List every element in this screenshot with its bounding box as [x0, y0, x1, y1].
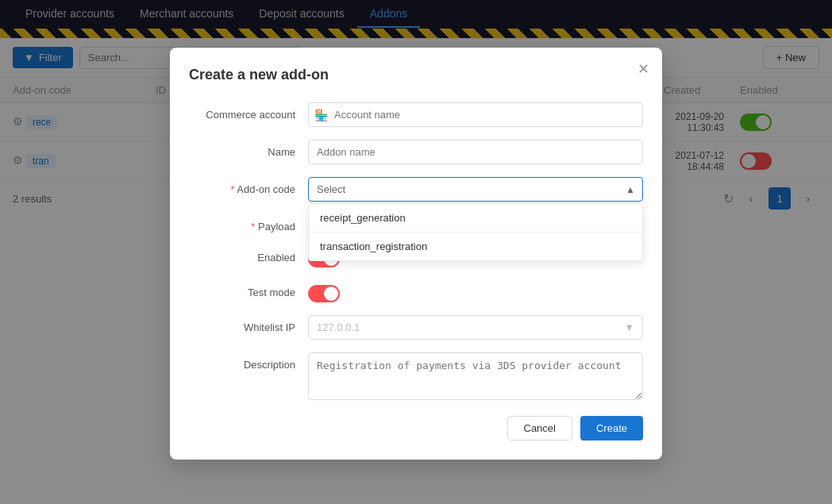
- test-mode-toggle[interactable]: [308, 285, 340, 302]
- description-label: Description: [189, 352, 308, 371]
- modal-footer: Cancel Create: [189, 416, 643, 441]
- create-button[interactable]: Create: [580, 416, 643, 441]
- commerce-account-field-wrapper: 🏪: [308, 102, 643, 127]
- form-row-whitelist-ip: Whitelist IP 127.0.0.1 ▼: [189, 315, 643, 340]
- form-row-name: Name: [189, 140, 643, 164]
- select-value: Select: [317, 183, 345, 195]
- modal-dialog: Create a new add-on ✕ Commerce account 🏪…: [170, 48, 662, 460]
- form-row-commerce-account: Commerce account 🏪: [189, 102, 643, 127]
- modal-close-button[interactable]: ✕: [637, 60, 649, 78]
- addon-code-select-wrapper: Select ▲ receipt_generation transaction_…: [308, 177, 643, 202]
- chevron-up-icon: ▲: [626, 184, 635, 195]
- addon-code-dropdown: receipt_generation transaction_registrat…: [308, 203, 643, 261]
- chevron-down-icon: ▼: [624, 321, 634, 333]
- store-icon: 🏪: [314, 109, 328, 121]
- cancel-button[interactable]: Cancel: [507, 416, 572, 441]
- whitelist-ip-select[interactable]: 127.0.0.1 ▼: [308, 315, 643, 340]
- dropdown-item-transaction[interactable]: transaction_registration: [309, 232, 642, 260]
- description-input[interactable]: [308, 352, 643, 400]
- form-row-test-mode: Test mode: [189, 280, 643, 302]
- payload-label: Payload: [189, 214, 308, 233]
- modal-title: Create a new add-on: [189, 67, 643, 83]
- form-row-addon-code: Add-on code Select ▲ receipt_generation …: [189, 177, 643, 202]
- addon-code-label: Add-on code: [189, 177, 308, 195]
- enabled-label: Enabled: [189, 245, 308, 264]
- commerce-account-input[interactable]: [308, 102, 643, 127]
- whitelist-ip-value: 127.0.0.1: [317, 321, 360, 333]
- modal-overlay: Create a new add-on ✕ Commerce account 🏪…: [0, 0, 832, 504]
- addon-code-select[interactable]: Select: [308, 177, 643, 202]
- commerce-account-label: Commerce account: [189, 102, 308, 121]
- dropdown-item-receipt[interactable]: receipt_generation: [309, 204, 642, 232]
- name-input[interactable]: [308, 140, 643, 164]
- test-mode-label: Test mode: [189, 280, 308, 298]
- whitelist-ip-label: Whitelist IP: [189, 315, 308, 333]
- form-row-description: Description: [189, 352, 643, 400]
- name-label: Name: [189, 140, 308, 158]
